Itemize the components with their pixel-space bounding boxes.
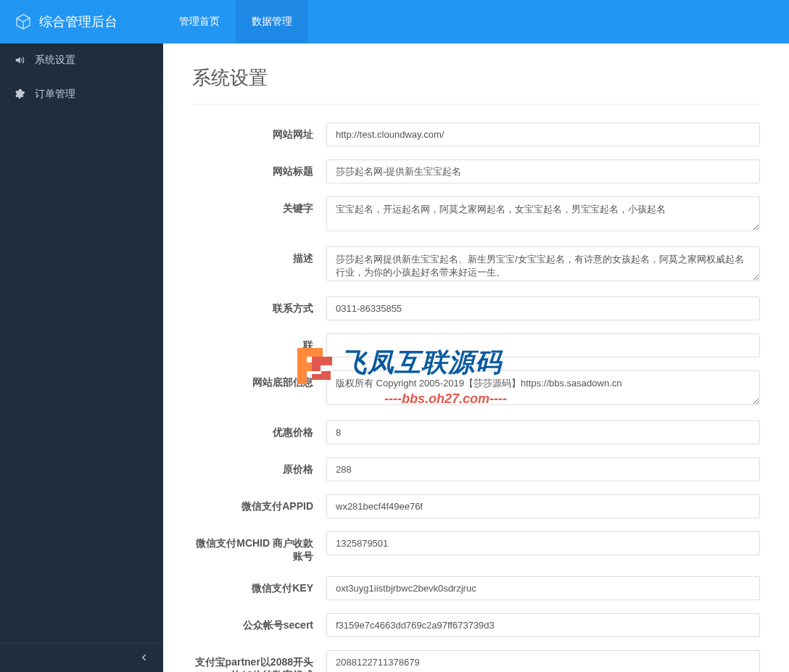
text-field[interactable] <box>326 457 760 481</box>
form-row: 描述 <box>192 246 760 283</box>
text-field[interactable] <box>326 576 760 600</box>
form-row: 微信支付KEY <box>192 576 760 600</box>
form-row: 微信支付MCHID 商户收款账号 <box>192 531 760 563</box>
text-field[interactable] <box>326 494 760 518</box>
form-row: 原价格 <box>192 457 760 481</box>
volume-icon <box>15 55 26 65</box>
sidebar-collapse-toggle[interactable] <box>0 643 163 672</box>
sidebar-item-system-settings[interactable]: 系统设置 <box>0 43 163 78</box>
page-title: 系统设置 <box>192 65 760 91</box>
sidebar: 系统设置 订单管理 <box>0 43 163 672</box>
form-row: 公众帐号secert <box>192 613 760 637</box>
brand-title: 综合管理后台 <box>39 13 117 30</box>
form-row: 支付宝partner以2088开头的16位纯数字组成 <box>192 650 760 672</box>
form-row: 网站标题 <box>192 159 760 183</box>
form-label: 公众帐号secert <box>192 613 326 632</box>
topnav: 管理首页 数据管理 <box>163 0 308 43</box>
form-label: 关键字 <box>192 196 326 215</box>
form-row: 关键字 <box>192 196 760 233</box>
form-label: 描述 <box>192 246 326 265</box>
textarea-field[interactable] <box>326 196 760 231</box>
form-label: 微信支付KEY <box>192 576 326 595</box>
form-label: 网站网址 <box>192 123 326 141</box>
divider <box>192 104 760 104</box>
text-field[interactable] <box>326 159 760 183</box>
form-row: 联系方式 <box>192 296 760 320</box>
form-label: 联 <box>192 333 326 352</box>
text-field[interactable] <box>326 650 760 672</box>
sidebar-item-label: 订单管理 <box>35 88 75 101</box>
topnav-item-home[interactable]: 管理首页 <box>163 0 236 43</box>
text-field[interactable] <box>326 296 760 320</box>
form-row: 网站底部信息 <box>192 370 760 407</box>
gear-icon <box>15 89 26 99</box>
form-label: 联系方式 <box>192 296 326 315</box>
sidebar-item-label: 系统设置 <box>35 54 75 67</box>
main-content: 系统设置 网站网址网站标题关键字描述联系方式联网站底部信息优惠价格原价格微信支付… <box>163 43 789 672</box>
form-row: 网站网址 <box>192 123 760 146</box>
text-field[interactable] <box>326 420 760 444</box>
form-label: 原价格 <box>192 457 326 476</box>
form-row: 微信支付APPID <box>192 494 760 518</box>
form-row: 联 <box>192 333 760 357</box>
sidebar-item-order-manage[interactable]: 订单管理 <box>0 78 163 112</box>
topnav-item-data[interactable]: 数据管理 <box>236 0 308 43</box>
brand: 综合管理后台 <box>0 13 163 30</box>
text-field[interactable] <box>326 123 760 146</box>
text-field[interactable] <box>326 333 760 357</box>
form-label: 优惠价格 <box>192 420 326 439</box>
text-field[interactable] <box>326 531 760 555</box>
textarea-field[interactable] <box>326 370 760 405</box>
form-label: 微信支付MCHID 商户收款账号 <box>192 531 326 563</box>
topbar: 综合管理后台 管理首页 数据管理 <box>0 0 789 43</box>
cube-icon <box>15 13 32 30</box>
text-field[interactable] <box>326 613 760 637</box>
form-label: 网站底部信息 <box>192 370 326 389</box>
chevron-left-icon <box>140 652 149 664</box>
form-label: 微信支付APPID <box>192 494 326 513</box>
form-row: 优惠价格 <box>192 420 760 444</box>
textarea-field[interactable] <box>326 246 760 281</box>
form-label: 网站标题 <box>192 159 326 178</box>
form-label: 支付宝partner以2088开头的16位纯数字组成 <box>192 650 326 672</box>
